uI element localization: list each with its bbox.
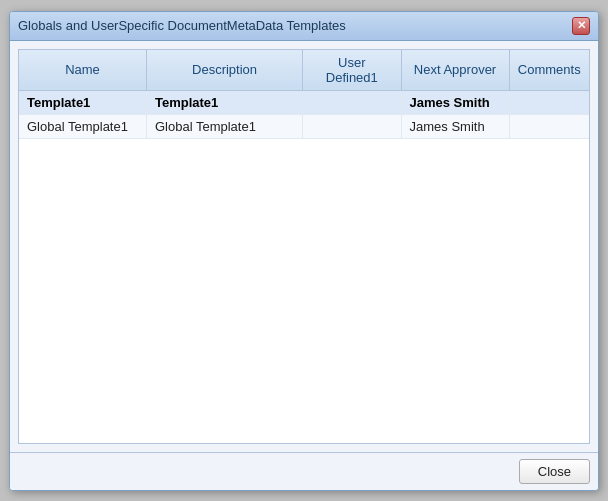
- cell-user_defined1: [303, 90, 401, 114]
- col-header-user-defined1: User Defined1: [303, 50, 401, 91]
- close-button[interactable]: Close: [519, 459, 590, 484]
- table-container: Name Description User Defined1 Next Appr…: [18, 49, 590, 444]
- table-row[interactable]: Global Template1Global Template1James Sm…: [19, 114, 589, 138]
- col-header-next-approver: Next Approver: [401, 50, 509, 91]
- cell-name: Global Template1: [19, 114, 146, 138]
- templates-table: Name Description User Defined1 Next Appr…: [19, 50, 589, 139]
- col-header-name: Name: [19, 50, 146, 91]
- cell-description: Template1: [146, 90, 302, 114]
- dialog-footer: Close: [10, 452, 598, 490]
- table-header-row: Name Description User Defined1 Next Appr…: [19, 50, 589, 91]
- cell-description: Global Template1: [146, 114, 302, 138]
- dialog: Globals and UserSpecific DocumentMetaDat…: [9, 11, 599, 491]
- cell-comments: [509, 90, 589, 114]
- dialog-title: Globals and UserSpecific DocumentMetaDat…: [18, 18, 346, 33]
- col-header-description: Description: [146, 50, 302, 91]
- cell-comments: [509, 114, 589, 138]
- title-bar: Globals and UserSpecific DocumentMetaDat…: [10, 12, 598, 41]
- cell-name: Template1: [19, 90, 146, 114]
- cell-user_defined1: [303, 114, 401, 138]
- cell-next_approver: James Smith: [401, 114, 509, 138]
- content-area: Name Description User Defined1 Next Appr…: [10, 41, 598, 452]
- col-header-comments: Comments: [509, 50, 589, 91]
- table-row[interactable]: Template1Template1James Smith: [19, 90, 589, 114]
- title-close-button[interactable]: ✕: [572, 17, 590, 35]
- cell-next_approver: James Smith: [401, 90, 509, 114]
